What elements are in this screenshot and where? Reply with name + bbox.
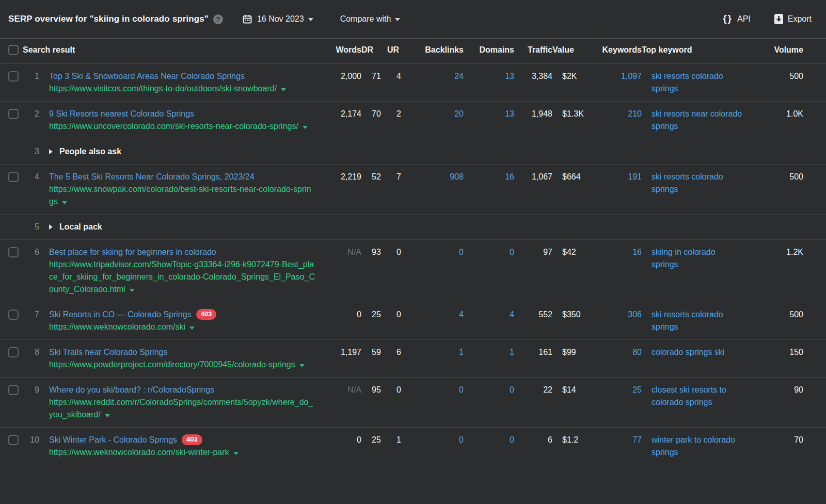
result-title-link[interactable]: Best place for skiing for beginners in c… bbox=[49, 248, 216, 256]
result-url-link[interactable]: https://www.reddit.com/r/ColoradoSprings… bbox=[49, 398, 313, 419]
backlinks-link[interactable]: 0 bbox=[459, 248, 464, 256]
result-url-link[interactable]: https://www.tripadvisor.com/ShowTopic-g3… bbox=[49, 260, 315, 294]
top-keyword-link[interactable]: ski resorts near colorado springs bbox=[652, 109, 742, 131]
top-keyword-link[interactable]: ski resorts colorado springs bbox=[652, 310, 723, 331]
row-checkbox[interactable] bbox=[8, 109, 19, 119]
result-url-link[interactable]: https://www.uncovercolorado.com/ski-reso… bbox=[49, 122, 308, 131]
traffic-cell: 552 bbox=[514, 302, 552, 327]
export-button[interactable]: Export bbox=[774, 14, 812, 24]
backlinks-link[interactable]: 0 bbox=[459, 385, 464, 394]
keywords-link[interactable]: 77 bbox=[632, 435, 642, 444]
result-title-link[interactable]: Ski Resorts in CO — Colorado Springs bbox=[49, 310, 192, 319]
row-checkbox[interactable] bbox=[8, 172, 19, 182]
url-dropdown-caret[interactable] bbox=[130, 289, 135, 292]
braces-icon: {} bbox=[723, 13, 733, 24]
result-url-link[interactable]: https://www.snowpak.com/colorado/best-sk… bbox=[49, 185, 311, 206]
http-status-badge: 403 bbox=[196, 309, 217, 320]
help-icon[interactable]: ? bbox=[213, 14, 223, 24]
volume-cell: 70 bbox=[743, 428, 803, 452]
result-url-link[interactable]: https://www.visitcos.com/things-to-do/ou… bbox=[49, 84, 286, 93]
row-checkbox[interactable] bbox=[8, 310, 19, 320]
result-title-link[interactable]: Top 3 Ski & Snowboard Areas Near Colorad… bbox=[49, 72, 245, 80]
keywords-link[interactable]: 210 bbox=[628, 109, 642, 118]
expand-toggle[interactable]: People also ask bbox=[49, 145, 121, 158]
backlinks-link[interactable]: 0 bbox=[459, 435, 464, 444]
table-row: 8Ski Trails near Colorado Springshttps:/… bbox=[0, 339, 826, 377]
top-keyword-link[interactable]: skiing in colorado springs bbox=[652, 248, 716, 269]
keywords-link[interactable]: 16 bbox=[632, 248, 642, 256]
domains-link[interactable]: 0 bbox=[510, 435, 514, 444]
top-keyword-link[interactable]: colorado springs ski bbox=[652, 348, 724, 356]
expand-toggle[interactable]: Local pack bbox=[49, 221, 102, 233]
top-keyword-link[interactable]: ski resorts colorado springs bbox=[652, 72, 723, 93]
row-checkbox[interactable] bbox=[8, 435, 19, 445]
col-volume: Volume bbox=[743, 39, 803, 61]
table-row: 29 Ski Resorts nearest Colorado Springsh… bbox=[0, 101, 826, 139]
domains-link[interactable]: 4 bbox=[510, 310, 514, 319]
compare-with-button[interactable]: Compare with bbox=[340, 14, 401, 24]
result-title-link[interactable]: Ski Winter Park - Colorado Springs bbox=[49, 435, 177, 444]
url-dropdown-caret[interactable] bbox=[281, 88, 286, 91]
date-picker-button[interactable]: 16 Nov 2023 bbox=[243, 14, 313, 24]
backlinks-link[interactable]: 4 bbox=[459, 310, 464, 319]
backlinks-link[interactable]: 908 bbox=[450, 172, 464, 181]
url-dropdown-caret[interactable] bbox=[189, 327, 195, 330]
row-number: 3 bbox=[23, 139, 39, 164]
top-keyword-link[interactable]: closest ski resorts to colorado springs bbox=[652, 385, 726, 407]
dr-cell: 52 bbox=[361, 165, 387, 189]
result-title-link[interactable]: 9 Ski Resorts nearest Colorado Springs bbox=[49, 109, 194, 118]
ur-cell: 0 bbox=[387, 240, 412, 265]
keywords-link[interactable]: 1,097 bbox=[621, 72, 642, 80]
result-title-link[interactable]: The 5 Best Ski Resorts Near Colorado Spr… bbox=[49, 172, 255, 181]
col-search-result: Search result bbox=[23, 39, 322, 61]
calendar-icon bbox=[243, 14, 252, 24]
keywords-link[interactable]: 191 bbox=[628, 172, 642, 181]
col-domains: Domains bbox=[464, 39, 514, 61]
backlinks-link[interactable]: 24 bbox=[454, 72, 464, 80]
page-title: SERP overview for "skiing in colorado sp… bbox=[8, 14, 209, 24]
traffic-cell: 97 bbox=[514, 240, 552, 265]
result-url-link[interactable]: https://www.weknowcolorado.com/ski bbox=[49, 322, 195, 331]
select-all-checkbox[interactable] bbox=[8, 45, 19, 55]
keywords-link[interactable]: 25 bbox=[632, 385, 642, 394]
row-checkbox[interactable] bbox=[8, 71, 19, 82]
keywords-link[interactable]: 80 bbox=[632, 348, 642, 356]
domains-link[interactable]: 0 bbox=[510, 385, 514, 394]
result-url-link[interactable]: https://www.powderproject.com/directory/… bbox=[49, 360, 305, 369]
row-checkbox[interactable] bbox=[8, 347, 19, 357]
url-dropdown-caret[interactable] bbox=[299, 364, 305, 367]
table-row: 6Best place for skiing for beginners in … bbox=[0, 239, 826, 302]
dr-cell: 25 bbox=[361, 302, 387, 327]
top-keyword-link[interactable]: ski resorts colorado springs bbox=[652, 172, 723, 193]
traffic-cell: 6 bbox=[514, 428, 552, 452]
result-title-link[interactable]: Ski Trails near Colorado Springs bbox=[49, 348, 167, 356]
ur-cell: 0 bbox=[387, 302, 412, 327]
result-url-link[interactable]: https://www.weknowcolorado.com/ski-winte… bbox=[49, 448, 239, 457]
words-cell: 0 bbox=[322, 302, 361, 327]
domains-link[interactable]: 0 bbox=[510, 248, 514, 256]
table-header-row: Search result Words DR UR Backlinks Doma… bbox=[0, 38, 826, 64]
url-dropdown-caret[interactable] bbox=[105, 414, 110, 417]
result-title-link[interactable]: Where do you ski/board? : r/ColoradoSpri… bbox=[49, 385, 214, 394]
row-checkbox[interactable] bbox=[8, 385, 19, 395]
traffic-cell: 22 bbox=[514, 378, 552, 402]
backlinks-link[interactable]: 1 bbox=[459, 348, 464, 356]
words-cell: 0 bbox=[322, 428, 361, 452]
url-dropdown-caret[interactable] bbox=[62, 201, 67, 204]
keywords-link[interactable]: 306 bbox=[628, 310, 642, 319]
domains-link[interactable]: 13 bbox=[505, 109, 514, 118]
chevron-right-icon bbox=[49, 149, 53, 154]
dr-cell: 93 bbox=[361, 240, 387, 265]
row-checkbox[interactable] bbox=[8, 247, 19, 257]
top-keyword-link[interactable]: winter park to colorado springs bbox=[652, 435, 735, 457]
domains-link[interactable]: 1 bbox=[510, 348, 514, 356]
domains-link[interactable]: 13 bbox=[505, 72, 514, 80]
api-button[interactable]: {} API bbox=[723, 13, 751, 25]
url-dropdown-caret[interactable] bbox=[233, 452, 239, 455]
export-label: Export bbox=[788, 14, 812, 24]
url-dropdown-caret[interactable] bbox=[303, 126, 308, 129]
domains-link[interactable]: 16 bbox=[505, 172, 514, 181]
api-label: API bbox=[737, 14, 751, 24]
backlinks-link[interactable]: 20 bbox=[454, 109, 464, 118]
col-dr: DR bbox=[361, 39, 387, 61]
